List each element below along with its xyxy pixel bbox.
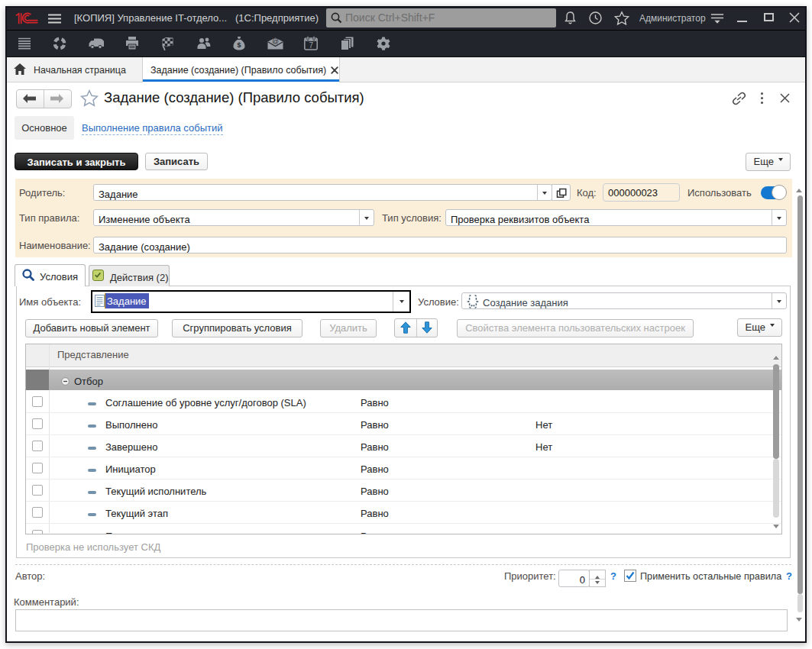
svg-text:@: @ <box>272 37 279 45</box>
svg-text:$: $ <box>237 41 241 49</box>
svg-text:7: 7 <box>309 41 313 50</box>
